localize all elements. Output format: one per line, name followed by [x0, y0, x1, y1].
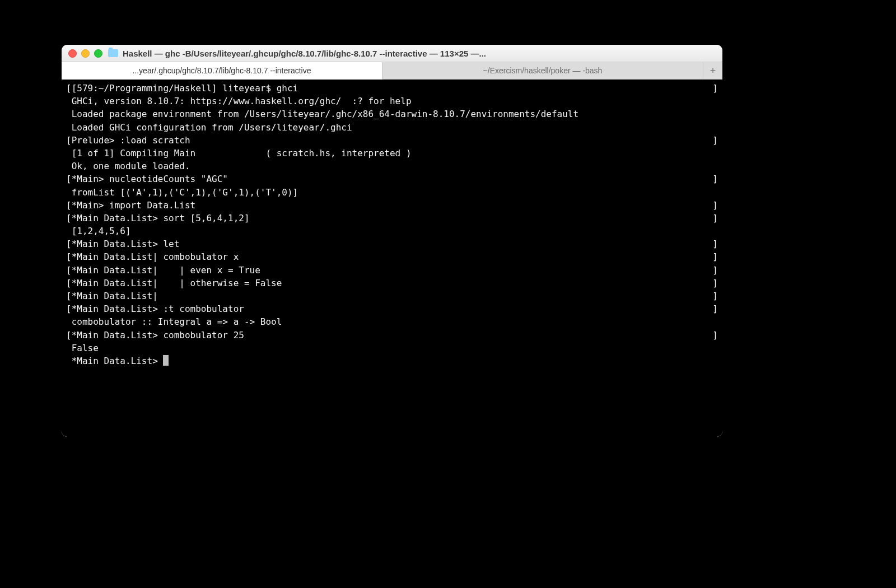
tab-bash[interactable]: ~/Exercism/haskell/poker — -bash	[382, 62, 703, 79]
folder-icon	[108, 49, 118, 57]
terminal-line: [*Main Data.List> sort [5,6,4,1,2]]	[66, 212, 718, 225]
terminal-line: [*Main Data.List> :t combobulator]	[66, 302, 718, 315]
terminal-line: [*Main Data.List| | even x = True]	[66, 264, 718, 277]
terminal-prompt-line[interactable]: *Main Data.List>	[66, 354, 718, 367]
terminal-output[interactable]: [[579:~/Programming/Haskell] liteyear$ g…	[62, 80, 722, 437]
plus-icon: +	[710, 65, 716, 77]
terminal-line: [*Main Data.List| | otherwise = False]	[66, 277, 718, 290]
terminal-line: [[579:~/Programming/Haskell] liteyear$ g…	[66, 82, 718, 95]
tab-ghci[interactable]: ...year/.ghcup/ghc/8.10.7/lib/ghc-8.10.7…	[62, 62, 382, 80]
tab-label: ...year/.ghcup/ghc/8.10.7/lib/ghc-8.10.7…	[132, 66, 311, 75]
terminal-line: [*Main> import Data.List]	[66, 199, 718, 212]
terminal-line: [Prelude> :load scratch]	[66, 134, 718, 147]
terminal-line: [*Main Data.List|]	[66, 290, 718, 302]
close-button[interactable]	[68, 49, 77, 58]
terminal-line: False	[66, 342, 718, 354]
minimize-button[interactable]	[81, 49, 90, 58]
terminal-window: Haskell — ghc -B/Users/liteyear/.ghcup/g…	[62, 45, 722, 437]
window-title: Haskell — ghc -B/Users/liteyear/.ghcup/g…	[123, 49, 716, 58]
titlebar[interactable]: Haskell — ghc -B/Users/liteyear/.ghcup/g…	[62, 45, 722, 62]
terminal-line: fromList [('A',1),('C',1),('G',1),('T',0…	[66, 186, 718, 199]
terminal-line: [1 of 1] Compiling Main ( scratch.hs, in…	[66, 147, 718, 160]
terminal-line: [*Main Data.List| combobulator x]	[66, 250, 718, 263]
zoom-button[interactable]	[94, 49, 102, 58]
terminal-line: GHCi, version 8.10.7: https://www.haskel…	[66, 95, 718, 108]
terminal-line: [*Main Data.List> let]	[66, 237, 718, 250]
new-tab-button[interactable]: +	[703, 62, 722, 79]
terminal-line: combobulator :: Integral a => a -> Bool	[66, 315, 718, 328]
tab-label: ~/Exercism/haskell/poker — -bash	[483, 66, 603, 75]
terminal-line: [1,2,4,5,6]	[66, 225, 718, 237]
tab-bar: ...year/.ghcup/ghc/8.10.7/lib/ghc-8.10.7…	[62, 62, 722, 80]
terminal-line: Ok, one module loaded.	[66, 160, 718, 172]
terminal-line: [*Main Data.List> combobulator 25]	[66, 329, 718, 342]
terminal-line: [*Main> nucleotideCounts "AGC"]	[66, 172, 718, 185]
prompt-text: *Main Data.List>	[72, 356, 164, 366]
cursor	[163, 355, 169, 366]
traffic-lights	[68, 49, 102, 58]
terminal-line: Loaded GHCi configuration from /Users/li…	[66, 121, 718, 134]
terminal-line: Loaded package environment from /Users/l…	[66, 108, 718, 120]
